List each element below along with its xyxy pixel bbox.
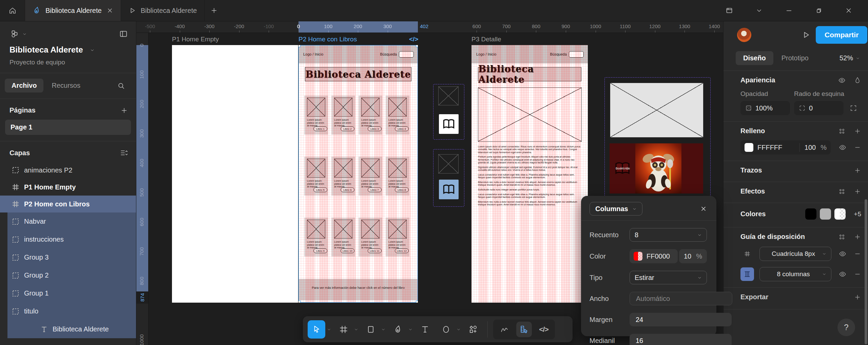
columns-type-select[interactable]: 8 columnas — [759, 267, 831, 281]
droplet-icon[interactable] — [854, 77, 861, 84]
remove-icon[interactable] — [854, 270, 861, 278]
search-button[interactable] — [117, 82, 125, 90]
chevron-down-icon[interactable] — [90, 48, 95, 53]
restore-button[interactable] — [813, 5, 825, 16]
remove-icon[interactable] — [854, 144, 861, 151]
remove-icon[interactable] — [854, 250, 861, 258]
color-hex-field[interactable]: FF0000 — [630, 249, 678, 263]
book-icon-tile-blue[interactable] — [439, 180, 459, 199]
book-button[interactable]: Libro 8 — [395, 187, 409, 192]
select-tool-chevron[interactable] — [326, 324, 332, 334]
layer-item-p2-home-con-libros[interactable]: P2 Home con Libros — [0, 196, 136, 212]
measure-tool[interactable] — [516, 322, 532, 337]
tab-overview-button[interactable] — [724, 5, 735, 16]
gremlin-image[interactable]: BookKAlde — [610, 143, 703, 194]
library-icon[interactable] — [838, 233, 846, 241]
add-export-icon[interactable] — [854, 293, 861, 301]
expand-corners-icon[interactable] — [850, 104, 857, 112]
layer-item-animaciones-p2[interactable]: animaciones P2 — [0, 162, 136, 179]
fill-color-field[interactable]: FFFFFF 100 % — [740, 140, 831, 155]
menu-chevron-button[interactable] — [753, 5, 765, 16]
workspace-menu-button[interactable] — [10, 29, 27, 38]
tab-archivo[interactable]: Archivo — [5, 79, 43, 93]
eye-icon[interactable] — [839, 144, 846, 151]
book-button[interactable]: Libro 5 — [313, 187, 327, 192]
new-tab-button[interactable] — [205, 0, 224, 21]
frame-p1-home-empty[interactable] — [172, 45, 298, 303]
color-opacity-field[interactable]: 10 % — [679, 249, 707, 263]
tab-recursos[interactable]: Recursos — [52, 82, 80, 89]
shapes-library-tool[interactable] — [464, 320, 482, 339]
tab-view-mode[interactable]: Biblioteca Alderete — [121, 0, 205, 21]
scrollbar-thumb[interactable] — [865, 199, 867, 344]
book-button[interactable]: Libro 2 — [341, 126, 354, 131]
add-fill-icon[interactable] — [854, 127, 861, 135]
user-avatar[interactable] — [737, 28, 751, 42]
fill-swatch[interactable] — [745, 143, 753, 152]
more-colors[interactable]: +5 — [854, 210, 861, 218]
tipo-select[interactable]: Estirar — [630, 271, 707, 284]
book-button[interactable]: Libro 12 — [395, 248, 409, 253]
color-swatch-gray[interactable] — [820, 208, 831, 220]
eye-icon[interactable] — [839, 270, 846, 278]
layer-item-biblioteca-alderete[interactable]: Biblioteca Alderete — [7, 320, 136, 338]
layer-item-instrucciones[interactable]: instrucciones — [7, 230, 136, 248]
vertical-ruler[interactable]: 01002003004005006007008001000 874 — [136, 21, 149, 345]
margen-input[interactable] — [630, 313, 732, 326]
fill-opacity-field[interactable]: 100 % — [799, 143, 827, 152]
select-tool[interactable] — [308, 320, 325, 339]
present-button[interactable] — [802, 31, 810, 39]
tab-prototype[interactable]: Prototipo — [782, 54, 809, 62]
close-window-button[interactable] — [843, 5, 854, 16]
home-button[interactable] — [0, 0, 25, 21]
page-item[interactable]: Page 1 — [5, 120, 131, 135]
close-panel-button[interactable] — [698, 203, 709, 214]
book-button[interactable]: Libro 9 — [313, 248, 327, 253]
help-button[interactable]: ? — [837, 319, 855, 336]
layer-item-titulo[interactable]: titulo — [7, 302, 136, 320]
tab-workspace[interactable]: Biblioteca Alderete — [25, 0, 121, 21]
layer-item-group-1[interactable]: Group 1 — [7, 284, 136, 302]
layer-item-group-2[interactable]: Group 2 — [7, 266, 136, 284]
radius-input[interactable]: 0 — [794, 101, 844, 115]
ellip se-tool-chevron[interactable] — [456, 324, 462, 334]
book-button[interactable]: Libro 6 — [341, 187, 354, 192]
collapse-layers-icon[interactable] — [120, 149, 128, 157]
book-button[interactable]: Libro 4 — [395, 126, 409, 131]
layer-item-p1-home-empty[interactable]: P1 Home Empty — [0, 179, 136, 196]
layer-item-group-3[interactable]: Group 3 — [7, 248, 136, 266]
zoom-control[interactable]: 52% — [840, 54, 860, 62]
layer-item-nabvar[interactable]: Nabvar — [7, 212, 136, 230]
resize-handle-nw[interactable] — [298, 45, 301, 47]
tab-design[interactable]: Diseño — [736, 51, 773, 65]
rectangle-tool[interactable] — [362, 320, 380, 339]
recuento-select[interactable]: 8 — [630, 228, 707, 242]
book-button[interactable]: Libro 10 — [341, 248, 354, 253]
grid-type-select[interactable]: Cuadrícula 8px — [759, 247, 831, 261]
color-swatch-white[interactable] — [834, 208, 846, 220]
frame-code-icon[interactable]: </> — [409, 36, 418, 43]
canvas-group-book-open-blue[interactable] — [433, 149, 464, 207]
minimize-button[interactable] — [783, 5, 795, 16]
text-tool[interactable] — [416, 320, 434, 339]
add-page-icon[interactable] — [120, 107, 128, 114]
library-icon[interactable] — [838, 188, 846, 195]
frame-label-p3[interactable]: P3 Detalle — [471, 36, 501, 43]
pen-tool-chevron[interactable] — [407, 324, 413, 334]
ancho-input[interactable] — [630, 292, 732, 305]
horizontal-ruler[interactable]: -500-400-300-200-10001002003004026007008… — [136, 21, 723, 33]
book-button[interactable]: Libro 7 — [368, 187, 382, 192]
color-swatch-black[interactable] — [805, 208, 816, 220]
pen-tool[interactable] — [389, 320, 407, 339]
close-tab-icon[interactable] — [107, 7, 113, 14]
library-icon[interactable] — [838, 127, 846, 135]
collapse-sidebar-button[interactable] — [119, 29, 128, 38]
ellipse-tool[interactable] — [437, 320, 455, 339]
guide-type-select[interactable]: Columnas — [590, 202, 642, 216]
canvas-group-book-open[interactable] — [433, 84, 464, 140]
frame-p3-detalle[interactable]: Logo / Inicio Búsqueda Biblioteca Aldere… — [471, 45, 588, 303]
color-swatch[interactable] — [634, 252, 642, 261]
resize-handle-ne[interactable] — [416, 45, 418, 47]
board-tool[interactable] — [335, 320, 352, 339]
book-button[interactable]: Libro 11 — [368, 248, 382, 253]
